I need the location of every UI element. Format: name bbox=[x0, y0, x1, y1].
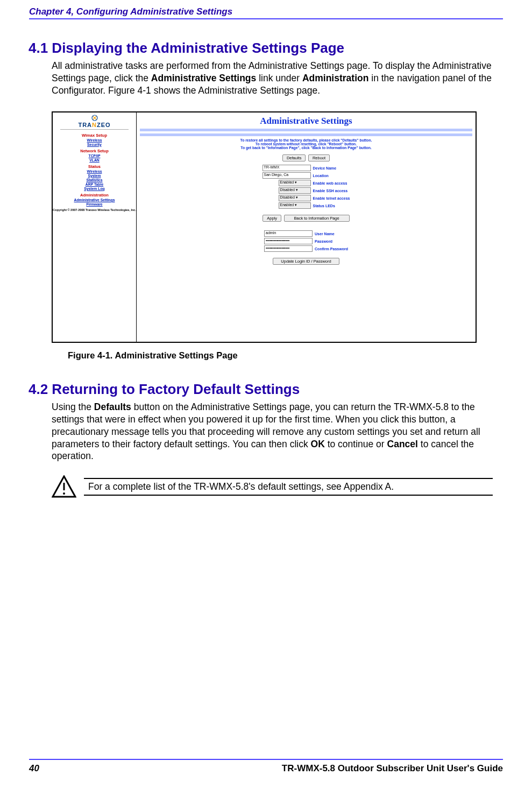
update-login-button[interactable]: Update Login ID / Password bbox=[273, 258, 339, 265]
footer-rule bbox=[29, 759, 503, 760]
logo-text-post: ZEO bbox=[97, 122, 111, 128]
text-field[interactable]: admin bbox=[264, 230, 313, 237]
field-label: Status LEDs bbox=[313, 202, 350, 209]
figure-4-1-screenshot: TRANZEO Wimax Setup WirelessSecurity Net… bbox=[52, 111, 477, 343]
nav-link[interactable]: Firmware bbox=[53, 202, 136, 206]
text-bold: Cancel bbox=[387, 439, 418, 449]
nav-link[interactable]: TCP/IP bbox=[53, 153, 136, 158]
nav-link[interactable]: Administrative Settings bbox=[53, 198, 136, 202]
defaults-button[interactable]: Defaults bbox=[282, 154, 306, 161]
text-bold: Defaults bbox=[94, 401, 131, 412]
select-field[interactable]: Disabled ▾ bbox=[279, 195, 311, 201]
nav-group-wimax: WirelessSecurity bbox=[53, 138, 136, 146]
field-label: Location bbox=[313, 172, 350, 179]
logo: TRANZEO bbox=[53, 115, 136, 128]
nav-divider bbox=[60, 129, 129, 130]
section-4-1-heading: 4.1 Displaying the Administrative Settin… bbox=[29, 40, 503, 57]
select-field[interactable]: Enabled ▾ bbox=[279, 202, 311, 209]
section-4-1-body: All administrative tasks are performed f… bbox=[52, 60, 503, 96]
field-label: User Name bbox=[315, 230, 348, 237]
figure-caption: Figure 4-1. Administrative Settings Page bbox=[68, 350, 503, 361]
header-rule bbox=[29, 18, 503, 19]
decorative-bar bbox=[140, 129, 472, 131]
select-field[interactable]: Disabled ▾ bbox=[279, 187, 311, 194]
reboot-button[interactable]: Reboot bbox=[308, 154, 330, 161]
nav-header-wimax: Wimax Setup bbox=[53, 131, 136, 138]
nav-header-status: Status bbox=[53, 162, 136, 169]
logo-text-pre: TRA bbox=[78, 122, 92, 128]
note-rule-bottom bbox=[84, 495, 493, 496]
text-fragment: Using the bbox=[52, 401, 94, 412]
nav-group-network: TCP/IPVLAN bbox=[53, 153, 136, 162]
logo-text-x: N bbox=[92, 122, 97, 128]
nav-link[interactable]: Statistics bbox=[53, 178, 136, 182]
text-field[interactable]: TR-WMX bbox=[263, 165, 311, 171]
note-text: For a complete list of the TR-WMX-5.8's … bbox=[84, 481, 503, 492]
info-line-1: To restore all settings to the factory d… bbox=[137, 138, 476, 142]
nav-link[interactable]: Wireless bbox=[53, 138, 136, 142]
field-label: Enable telnet access bbox=[313, 195, 350, 201]
apply-button[interactable]: Apply bbox=[263, 215, 281, 222]
nav-group-status: WirelessSystemStatisticsARP TableSystem … bbox=[53, 169, 136, 191]
back-button[interactable]: Back to Information Page bbox=[284, 215, 350, 222]
text-field[interactable]: San Diego, Ca bbox=[263, 172, 311, 179]
page-number: 40 bbox=[29, 763, 39, 774]
field-label: Device Name bbox=[313, 165, 350, 171]
nav-header-network: Network Setup bbox=[53, 146, 136, 153]
nav-link[interactable]: System bbox=[53, 173, 136, 178]
nav-panel: TRANZEO Wimax Setup WirelessSecurity Net… bbox=[53, 112, 137, 342]
field-label: Enable web access bbox=[313, 180, 350, 186]
nav-link[interactable]: ARP Table bbox=[53, 182, 136, 186]
section-4-2-body: Using the Defaults button on the Adminis… bbox=[52, 401, 503, 462]
logo-text: TRANZEO bbox=[53, 122, 136, 128]
info-line-3: To get back to "Information Page", click… bbox=[137, 146, 476, 150]
field-label: Enable SSH access bbox=[313, 187, 350, 194]
password-field[interactable]: •••••••••••••••••• bbox=[264, 245, 313, 252]
nav-copyright: Copyright © 2007-2008 Tranzeo Wireless T… bbox=[53, 208, 136, 212]
text-fragment: to continue or bbox=[325, 439, 387, 449]
nav-header-admin: Administration bbox=[53, 191, 136, 198]
nav-link[interactable]: VLAN bbox=[53, 158, 136, 162]
chapter-header: Chapter 4, Configuring Administrative Se… bbox=[29, 0, 503, 17]
svg-point-3 bbox=[63, 492, 65, 495]
settings-form: TR-WMXDevice NameSan Diego, CaLocationEn… bbox=[260, 164, 352, 210]
note-rule-top bbox=[84, 478, 493, 479]
content-panel: Administrative Settings To restore all s… bbox=[137, 112, 476, 342]
text-bold: Administration bbox=[302, 73, 368, 83]
logo-icon bbox=[90, 115, 100, 121]
nav-link[interactable]: System Log bbox=[53, 186, 136, 191]
warning-icon bbox=[52, 475, 76, 498]
content-title: Administrative Settings bbox=[137, 112, 476, 129]
info-line-2: To reboot system without resetting, clic… bbox=[137, 142, 476, 146]
text-bold: Administrative Settings bbox=[151, 73, 256, 83]
note-block: For a complete list of the TR-WMX-5.8's … bbox=[52, 475, 503, 498]
select-field[interactable]: Enabled ▾ bbox=[279, 180, 311, 186]
nav-group-admin: Administrative SettingsFirmware bbox=[53, 198, 136, 206]
auth-form: adminUser Name••••••••••••••••••Password… bbox=[262, 229, 350, 253]
nav-link[interactable]: Security bbox=[53, 142, 136, 146]
field-label: Confirm Password bbox=[315, 245, 348, 252]
nav-link[interactable]: Wireless bbox=[53, 169, 136, 173]
section-4-2-heading: 4.2 Returning to Factory Default Setting… bbox=[29, 381, 503, 398]
footer-guide-title: TR-WMX-5.8 Outdoor Subscriber Unit User'… bbox=[282, 763, 503, 774]
field-label: Password bbox=[315, 238, 348, 244]
password-field[interactable]: •••••••••••••••••• bbox=[264, 238, 313, 244]
text-bold: OK bbox=[311, 439, 325, 449]
text-fragment: link under bbox=[256, 73, 302, 83]
